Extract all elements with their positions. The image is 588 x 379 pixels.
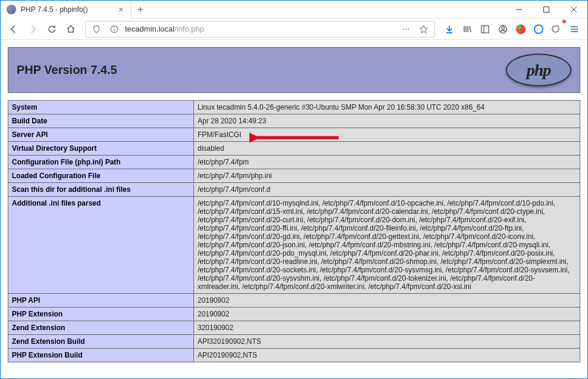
info-key: Configuration File (php.ini) Path	[8, 156, 194, 169]
info-key: Zend Extension Build	[8, 335, 194, 349]
info-key: PHP Extension	[8, 307, 194, 321]
table-row: PHP API20190902	[8, 294, 580, 307]
sidebar-button[interactable]	[477, 21, 493, 38]
minimize-button[interactable]	[505, 1, 533, 18]
browser-extension-1-icon[interactable]	[512, 21, 529, 38]
php-logo-icon: php	[506, 54, 571, 86]
url-more-icon[interactable]	[399, 22, 413, 36]
info-value: /etc/php/7.4/fpm/conf.d/10-mysqlnd.ini, …	[194, 197, 580, 294]
svg-rect-14	[481, 26, 489, 33]
table-row: Configuration File (php.ini) Path/etc/ph…	[8, 156, 580, 169]
table-row: SystemLinux tecadmin 5.4.0-26-generic #3…	[8, 101, 580, 114]
info-value: API320190902,NTS	[194, 335, 580, 349]
table-row: Loaded Configuration File/etc/php/7.4/fp…	[8, 169, 580, 183]
menu-button[interactable]	[566, 21, 583, 38]
reload-button[interactable]	[43, 21, 60, 38]
phpinfo-table: SystemLinux tecadmin 5.4.0-26-generic #3…	[8, 100, 580, 362]
table-row: PHP Extension BuildAPI20190902,NTS	[8, 349, 580, 362]
table-row: Additional .ini files parsed/etc/php/7.4…	[8, 197, 580, 294]
tab-title: PHP 7.4.5 - phpinfo()	[21, 5, 112, 14]
page-title: PHP Version 7.4.5	[17, 63, 117, 77]
new-tab-button[interactable]: +	[132, 1, 149, 18]
forward-button[interactable]	[24, 21, 41, 38]
bookmark-star-icon[interactable]	[417, 22, 431, 36]
maximize-button[interactable]	[533, 1, 560, 18]
close-tab-icon[interactable]: ×	[117, 5, 125, 14]
browser-extension-2-icon[interactable]	[530, 21, 547, 38]
info-key: PHP Extension Build	[8, 349, 194, 362]
browser-tab[interactable]: PHP 7.4.5 - phpinfo() ×	[1, 1, 132, 18]
info-value: API20190902,NTS	[194, 349, 580, 362]
info-key: Virtual Directory Support	[8, 142, 194, 156]
info-key: Additional .ini files parsed	[8, 197, 194, 294]
close-window-button[interactable]	[560, 1, 587, 18]
info-value: 20190902	[194, 294, 580, 307]
browser-toolbar: tecadmin.local/info.php	[1, 18, 587, 40]
page-content[interactable]: PHP Version 7.4.5 php SystemLinux tecadm…	[1, 40, 587, 379]
svg-point-8	[405, 28, 406, 29]
info-value: FPM/FastCGI	[194, 128, 580, 142]
info-key: PHP API	[8, 294, 194, 307]
table-row: Virtual Directory Supportdisabled	[8, 142, 580, 156]
info-key: Server API	[8, 128, 194, 142]
svg-point-9	[408, 28, 409, 29]
info-icon[interactable]	[107, 22, 121, 36]
svg-point-17	[502, 26, 505, 29]
window-controls	[505, 1, 587, 18]
svg-line-13	[470, 26, 471, 32]
window-titlebar: PHP 7.4.5 - phpinfo() × +	[1, 1, 587, 18]
table-row: PHP Extension20190902	[8, 307, 580, 321]
info-value: 320190902	[194, 321, 580, 335]
info-value: disabled	[194, 142, 580, 156]
info-value: Apr 28 2020 14:49:23	[194, 114, 580, 128]
table-row: Zend Extension BuildAPI320190902,NTS	[8, 335, 580, 349]
svg-rect-1	[544, 7, 549, 12]
info-key: Zend Extension	[8, 321, 194, 335]
info-key: Loaded Configuration File	[8, 169, 194, 183]
table-row: Zend Extension320190902	[8, 321, 580, 335]
info-value: 20190902	[194, 307, 580, 321]
shield-icon[interactable]	[89, 22, 104, 36]
table-row: Build DateApr 28 2020 14:49:23	[8, 114, 580, 128]
phpinfo-header: PHP Version 7.4.5 php	[8, 47, 580, 93]
info-key: Scan this dir for additional .ini files	[8, 183, 194, 197]
address-bar[interactable]: tecadmin.local/info.php	[85, 21, 435, 38]
info-value: /etc/php/7.4/fpm/php.ini	[194, 169, 580, 183]
back-button[interactable]	[5, 21, 22, 38]
home-button[interactable]	[62, 21, 79, 38]
info-value: Linux tecadmin 5.4.0-26-generic #30-Ubun…	[194, 101, 580, 114]
account-button[interactable]	[495, 21, 511, 38]
info-key: System	[8, 101, 194, 114]
svg-point-7	[403, 28, 404, 29]
favicon-icon	[7, 5, 16, 14]
downloads-button[interactable]	[441, 21, 458, 38]
table-row: Scan this dir for additional .ini files/…	[8, 183, 580, 197]
library-button[interactable]	[459, 21, 476, 38]
addons-button[interactable]	[548, 21, 565, 38]
info-key: Build Date	[8, 114, 194, 128]
table-row: Server APIFPM/FastCGI	[8, 128, 580, 142]
info-value: /etc/php/7.4/fpm/conf.d	[194, 183, 580, 197]
info-value: /etc/php/7.4/fpm	[194, 156, 580, 169]
url-text: tecadmin.local/info.php	[125, 24, 395, 33]
svg-point-6	[114, 27, 114, 27]
